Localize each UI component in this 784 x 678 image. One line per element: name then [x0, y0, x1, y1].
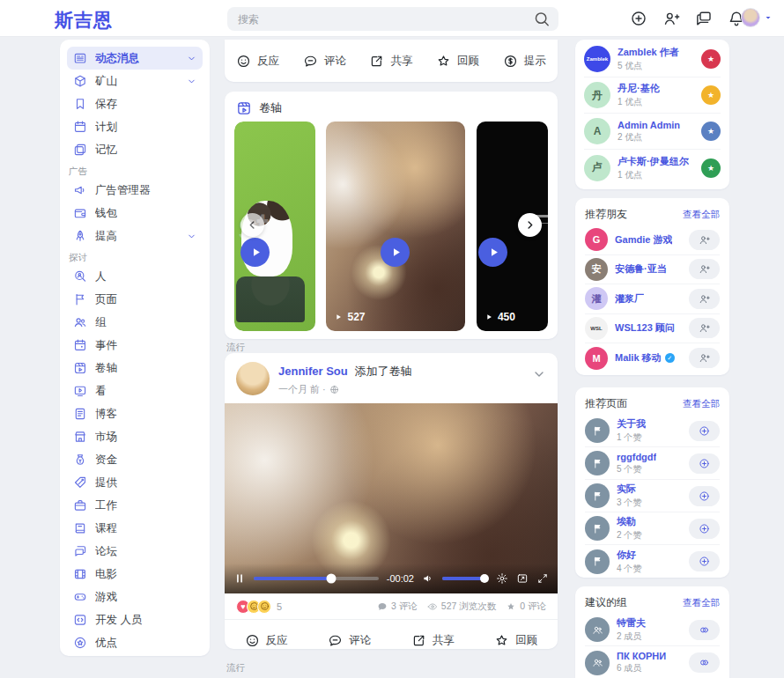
member-name[interactable]: 丹尼·基伦	[618, 82, 660, 95]
search-icon[interactable]	[530, 10, 553, 28]
see-all-friends-link[interactable]: 查看全部	[683, 209, 720, 221]
search-input[interactable]	[238, 13, 530, 26]
sidebar-item[interactable]: 论坛	[67, 540, 203, 563]
seek-bar[interactable]	[254, 577, 379, 581]
play-button[interactable]	[240, 238, 270, 267]
page-avatar[interactable]	[585, 549, 610, 574]
reaction-icons[interactable]: ♥	[236, 600, 271, 614]
page-row[interactable]: 关于我 1 个赞	[585, 415, 720, 447]
play-button[interactable]	[381, 238, 410, 267]
member-avatar[interactable]: 丹	[584, 82, 610, 108]
page-row[interactable]: 你好 4 个赞	[585, 545, 720, 578]
sidebar-item[interactable]: 提高	[67, 225, 203, 247]
sidebar-item[interactable]: 记忆	[67, 138, 203, 161]
member-row[interactable]: 丹 丹尼·基伦 1 优点 ★	[584, 77, 721, 114]
friend-name[interactable]: 灌浆厂	[615, 292, 644, 306]
like-page-button[interactable]	[689, 421, 720, 441]
like-page-button[interactable]	[689, 486, 720, 506]
group-row[interactable]: ПК КОРНИ 6 成员	[585, 646, 720, 678]
volume-bar[interactable]	[442, 577, 488, 581]
page-name[interactable]: 你好	[617, 549, 641, 562]
group-avatar[interactable]	[585, 617, 610, 642]
sidebar-item[interactable]: 看	[67, 380, 203, 402]
friend-row[interactable]: 安 安德鲁·亚当 ✓	[585, 255, 720, 285]
sidebar-item[interactable]: 提供	[67, 471, 203, 494]
group-row[interactable]: 特雷夫 2 成员	[585, 614, 720, 646]
video-player[interactable]: -00:02	[225, 403, 558, 593]
page-name[interactable]: 埃勒	[617, 515, 641, 528]
volume-thumb[interactable]	[480, 574, 489, 583]
comment-count[interactable]: 3 评论	[377, 601, 418, 613]
review-count[interactable]: 0 评论	[506, 601, 546, 613]
sidebar-item[interactable]: 优点	[67, 631, 203, 654]
author-name[interactable]: Jennifer Sou	[278, 365, 348, 378]
post-action-button[interactable]: 评论	[303, 54, 346, 69]
post-action-button[interactable]: 评论	[328, 633, 371, 648]
page-avatar[interactable]	[585, 418, 610, 443]
friend-avatar[interactable]: WSL	[585, 317, 608, 340]
sidebar-item[interactable]: 课程	[67, 517, 203, 540]
sidebar-item[interactable]: 卷轴	[67, 357, 203, 380]
member-avatar[interactable]: 卢	[584, 155, 610, 181]
see-all-groups-link[interactable]: 查看全部	[683, 597, 720, 609]
settings-button[interactable]	[496, 572, 508, 585]
page-avatar[interactable]	[585, 516, 610, 541]
friend-avatar[interactable]: 灌	[585, 287, 608, 310]
friend-row[interactable]: G Gamdie 游戏 ✓	[585, 225, 720, 255]
page-avatar[interactable]	[585, 483, 610, 508]
sidebar-item[interactable]: 工作	[67, 494, 203, 517]
member-row[interactable]: A Admin Admin 2 优点 ★	[584, 114, 721, 150]
join-group-button[interactable]	[689, 620, 720, 640]
post-action-button[interactable]: 共享	[411, 633, 455, 648]
sidebar-item[interactable]: 游戏	[67, 586, 203, 608]
see-all-pages-link[interactable]: 查看全部	[683, 398, 720, 410]
pip-button[interactable]	[516, 572, 529, 585]
member-avatar[interactable]: A	[584, 118, 610, 144]
post-action-button[interactable]: 反应	[236, 54, 279, 69]
friend-avatar[interactable]: 安	[585, 258, 608, 281]
site-logo[interactable]: 斯吉恩	[55, 8, 113, 33]
volume-button[interactable]	[422, 572, 434, 585]
like-page-button[interactable]	[689, 551, 720, 571]
fullscreen-button[interactable]	[536, 572, 549, 585]
page-row[interactable]: 实际 3 个赞	[585, 480, 720, 512]
member-avatar[interactable]: Zamblek	[584, 46, 610, 72]
group-name[interactable]: ПК КОРНИ	[617, 651, 666, 661]
pause-button[interactable]	[233, 572, 246, 585]
reels-prev-button[interactable]	[240, 213, 264, 237]
post-action-button[interactable]: 共享	[369, 54, 412, 69]
add-friend-button[interactable]	[689, 289, 720, 309]
member-name[interactable]: Admin Admin	[618, 120, 680, 130]
friend-name[interactable]: Gamdie 游戏	[615, 233, 672, 247]
group-name[interactable]: 特雷夫	[617, 616, 646, 630]
friend-name[interactable]: WSL123 顾问	[615, 321, 675, 335]
page-avatar[interactable]	[585, 451, 610, 475]
page-row[interactable]: 埃勒 2 个赞	[585, 512, 720, 545]
add-friend-button[interactable]	[689, 259, 720, 279]
sidebar-item[interactable]: 市场	[67, 425, 203, 448]
add-friend-button[interactable]	[689, 230, 720, 250]
member-name[interactable]: 卢卡斯·伊曼纽尔	[618, 155, 689, 168]
friend-row[interactable]: M Malik 移动 ✓	[585, 343, 720, 373]
friend-avatar[interactable]: M	[585, 347, 608, 370]
join-group-button[interactable]	[689, 652, 720, 673]
friend-row[interactable]: WSL WSL123 顾问 ✓	[585, 314, 720, 344]
sidebar-item[interactable]: 钱包	[67, 202, 203, 225]
post-action-button[interactable]: 提示	[503, 54, 546, 69]
create-button[interactable]	[630, 10, 647, 27]
post-action-button[interactable]: 回顾	[436, 54, 479, 69]
messages-button[interactable]	[695, 10, 713, 27]
friend-name[interactable]: 安德鲁·亚当	[615, 262, 667, 276]
sidebar-item[interactable]: 开发 人员	[67, 608, 203, 631]
author-avatar[interactable]	[236, 362, 270, 395]
page-row[interactable]: rggfdgdf 5 个赞	[585, 447, 720, 480]
like-page-button[interactable]	[689, 519, 720, 539]
sidebar-item[interactable]: 电影	[67, 563, 203, 586]
like-page-button[interactable]	[689, 453, 720, 474]
seek-thumb[interactable]	[326, 574, 336, 584]
post-action-button[interactable]: 反应	[245, 633, 288, 648]
sidebar-item[interactable]: 广告管理器	[67, 179, 203, 202]
reels-next-button[interactable]	[518, 213, 542, 237]
post-action-button[interactable]: 回顾	[494, 633, 537, 648]
page-name[interactable]: 实际	[617, 483, 641, 496]
